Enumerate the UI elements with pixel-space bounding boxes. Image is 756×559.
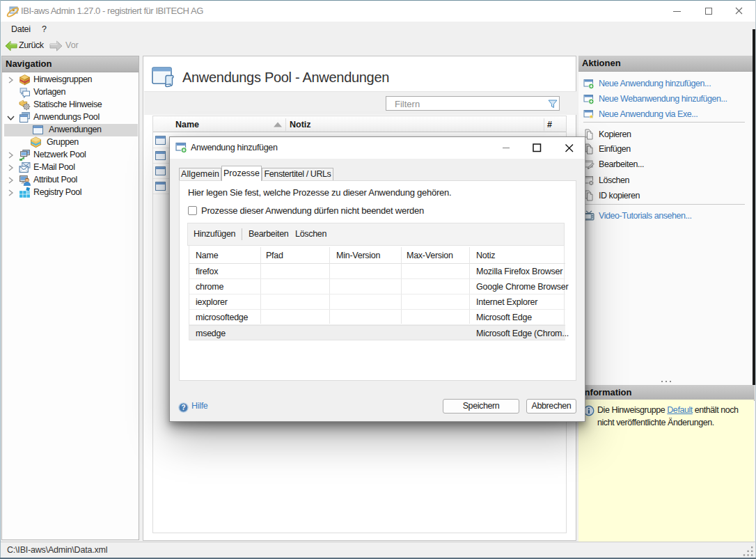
svg-text:?: ? [181,404,185,411]
